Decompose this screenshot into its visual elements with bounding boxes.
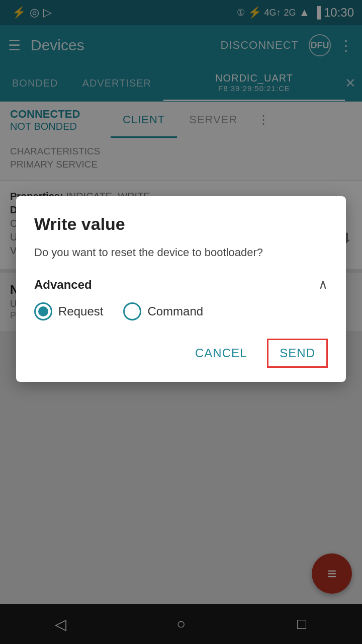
advanced-label: Advanced [34, 278, 92, 292]
advanced-section-header[interactable]: Advanced ∧ [34, 277, 328, 292]
radio-command-label: Command [147, 304, 203, 318]
dialog-title: Write value [34, 214, 328, 234]
radio-command-circle[interactable] [123, 302, 141, 320]
radio-command-option[interactable]: Command [123, 302, 203, 320]
dialog-buttons: CANCEL SEND [34, 339, 328, 368]
write-value-dialog: Write value Do you want to reset the dev… [16, 196, 346, 382]
send-button[interactable]: SEND [267, 339, 328, 368]
radio-request-circle[interactable] [34, 302, 52, 320]
radio-group: Request Command [34, 302, 328, 320]
radio-request-option[interactable]: Request [34, 302, 103, 320]
advanced-chevron-icon: ∧ [318, 277, 328, 292]
dialog-message: Do you want to reset the device to bootl… [34, 244, 328, 261]
cancel-button[interactable]: CANCEL [183, 339, 259, 368]
radio-request-label: Request [58, 304, 103, 318]
